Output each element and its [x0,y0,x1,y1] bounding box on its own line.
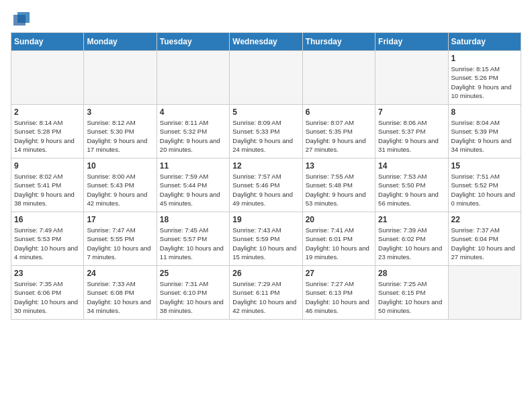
calendar-cell: 12Sunrise: 7:57 AMSunset: 5:46 PMDayligh… [230,158,302,212]
day-info: Sunrise: 8:15 AMSunset: 5:26 PMDaylight:… [451,64,518,100]
day-number: 14 [378,161,445,171]
calendar-cell: 2Sunrise: 8:14 AMSunset: 5:28 PMDaylight… [11,105,84,158]
day-info: Sunrise: 7:25 AMSunset: 6:15 PMDaylight:… [378,279,445,315]
week-row-4: 16Sunrise: 7:49 AMSunset: 5:53 PMDayligh… [11,212,521,266]
day-info: Sunrise: 7:59 AMSunset: 5:44 PMDaylight:… [160,172,226,208]
day-info: Sunrise: 8:12 AMSunset: 5:30 PMDaylight:… [87,118,153,154]
day-number: 1 [451,54,518,63]
day-info: Sunrise: 8:11 AMSunset: 5:32 PMDaylight:… [160,118,226,154]
day-header-saturday: Saturday [448,33,521,51]
calendar-cell: 13Sunrise: 7:55 AMSunset: 5:48 PMDayligh… [302,158,375,212]
day-info: Sunrise: 7:49 AMSunset: 5:53 PMDaylight:… [14,226,81,261]
day-info: Sunrise: 8:06 AMSunset: 5:37 PMDaylight:… [378,118,445,154]
day-info: Sunrise: 7:29 AMSunset: 6:11 PMDaylight:… [232,279,299,315]
header [11,11,521,27]
calendar-cell: 16Sunrise: 7:49 AMSunset: 5:53 PMDayligh… [11,212,84,266]
calendar-cell: 20Sunrise: 7:41 AMSunset: 6:01 PMDayligh… [302,212,375,266]
day-number: 19 [232,215,299,224]
logo-icon [11,11,31,27]
day-number: 6 [306,107,372,117]
day-header-wednesday: Wednesday [230,33,302,51]
day-info: Sunrise: 8:04 AMSunset: 5:39 PMDaylight:… [451,118,518,154]
calendar-cell: 1Sunrise: 8:15 AMSunset: 5:26 PMDaylight… [448,51,521,105]
calendar-cell: 25Sunrise: 7:31 AMSunset: 6:10 PMDayligh… [157,266,229,320]
day-info: Sunrise: 8:14 AMSunset: 5:28 PMDaylight:… [14,118,81,154]
calendar-cell: 7Sunrise: 8:06 AMSunset: 5:37 PMDaylight… [375,105,448,158]
day-number: 13 [306,161,372,171]
day-number: 28 [378,269,445,278]
week-row-2: 2Sunrise: 8:14 AMSunset: 5:28 PMDaylight… [11,105,521,158]
day-number: 27 [306,269,372,278]
calendar-cell: 22Sunrise: 7:37 AMSunset: 6:04 PMDayligh… [448,212,521,266]
calendar-cell: 23Sunrise: 7:35 AMSunset: 6:06 PMDayligh… [11,266,84,320]
calendar-cell: 26Sunrise: 7:29 AMSunset: 6:11 PMDayligh… [230,266,302,320]
calendar-cell [157,51,229,105]
day-info: Sunrise: 7:33 AMSunset: 6:08 PMDaylight:… [87,279,153,315]
day-number: 8 [451,107,518,117]
calendar-cell: 21Sunrise: 7:39 AMSunset: 6:02 PMDayligh… [375,212,448,266]
calendar-cell: 9Sunrise: 8:02 AMSunset: 5:41 PMDaylight… [11,158,84,212]
day-info: Sunrise: 8:09 AMSunset: 5:33 PMDaylight:… [232,118,299,154]
calendar-cell: 18Sunrise: 7:45 AMSunset: 5:57 PMDayligh… [157,212,229,266]
day-number: 22 [451,215,518,224]
day-header-tuesday: Tuesday [157,33,229,51]
calendar-cell: 24Sunrise: 7:33 AMSunset: 6:08 PMDayligh… [84,266,157,320]
day-number: 20 [306,215,372,224]
calendar: SundayMondayTuesdayWednesdayThursdayFrid… [11,32,521,320]
day-info: Sunrise: 7:39 AMSunset: 6:02 PMDaylight:… [378,226,445,261]
day-info: Sunrise: 7:53 AMSunset: 5:50 PMDaylight:… [378,172,445,208]
day-number: 4 [160,107,226,117]
calendar-cell [302,51,375,105]
day-number: 17 [87,215,153,224]
week-row-3: 9Sunrise: 8:02 AMSunset: 5:41 PMDaylight… [11,158,521,212]
day-info: Sunrise: 7:43 AMSunset: 5:59 PMDaylight:… [232,226,299,261]
logo [11,11,34,27]
day-number: 25 [160,269,226,278]
week-row-5: 23Sunrise: 7:35 AMSunset: 6:06 PMDayligh… [11,266,521,320]
week-row-1: 1Sunrise: 8:15 AMSunset: 5:26 PMDaylight… [11,51,521,105]
day-number: 18 [160,215,226,224]
svg-marker-1 [13,15,26,26]
day-number: 5 [232,107,299,117]
day-info: Sunrise: 7:37 AMSunset: 6:04 PMDaylight:… [451,226,518,261]
day-info: Sunrise: 7:35 AMSunset: 6:06 PMDaylight:… [14,279,81,315]
calendar-cell: 3Sunrise: 8:12 AMSunset: 5:30 PMDaylight… [84,105,157,158]
day-header-thursday: Thursday [302,33,375,51]
day-header-sunday: Sunday [11,33,84,51]
calendar-cell [11,51,84,105]
calendar-cell: 11Sunrise: 7:59 AMSunset: 5:44 PMDayligh… [157,158,229,212]
day-number: 16 [14,215,81,224]
day-number: 7 [378,107,445,117]
calendar-cell [448,266,521,320]
day-number: 2 [14,107,81,117]
calendar-cell: 19Sunrise: 7:43 AMSunset: 5:59 PMDayligh… [230,212,302,266]
calendar-cell [230,51,302,105]
day-info: Sunrise: 8:07 AMSunset: 5:35 PMDaylight:… [306,118,372,154]
calendar-cell: 27Sunrise: 7:27 AMSunset: 6:13 PMDayligh… [302,266,375,320]
calendar-cell [84,51,157,105]
calendar-cell: 10Sunrise: 8:00 AMSunset: 5:43 PMDayligh… [84,158,157,212]
day-header-friday: Friday [375,33,448,51]
day-number: 3 [87,107,153,117]
day-number: 26 [232,269,299,278]
day-info: Sunrise: 8:00 AMSunset: 5:43 PMDaylight:… [87,172,153,208]
calendar-cell: 28Sunrise: 7:25 AMSunset: 6:15 PMDayligh… [375,266,448,320]
day-info: Sunrise: 7:31 AMSunset: 6:10 PMDaylight:… [160,279,226,315]
calendar-cell: 5Sunrise: 8:09 AMSunset: 5:33 PMDaylight… [230,105,302,158]
day-info: Sunrise: 7:47 AMSunset: 5:55 PMDaylight:… [87,226,153,261]
day-number: 10 [87,161,153,171]
calendar-cell: 17Sunrise: 7:47 AMSunset: 5:55 PMDayligh… [84,212,157,266]
day-info: Sunrise: 7:57 AMSunset: 5:46 PMDaylight:… [232,172,299,208]
day-info: Sunrise: 7:41 AMSunset: 6:01 PMDaylight:… [306,226,372,261]
calendar-cell: 14Sunrise: 7:53 AMSunset: 5:50 PMDayligh… [375,158,448,212]
day-info: Sunrise: 7:45 AMSunset: 5:57 PMDaylight:… [160,226,226,261]
calendar-cell: 8Sunrise: 8:04 AMSunset: 5:39 PMDaylight… [448,105,521,158]
day-number: 9 [14,161,81,171]
calendar-cell: 15Sunrise: 7:51 AMSunset: 5:52 PMDayligh… [448,158,521,212]
calendar-cell [375,51,448,105]
day-info: Sunrise: 8:02 AMSunset: 5:41 PMDaylight:… [14,172,81,208]
day-header-monday: Monday [84,33,157,51]
day-number: 11 [160,161,226,171]
day-info: Sunrise: 7:51 AMSunset: 5:52 PMDaylight:… [451,172,518,208]
calendar-header-row: SundayMondayTuesdayWednesdayThursdayFrid… [11,33,521,51]
